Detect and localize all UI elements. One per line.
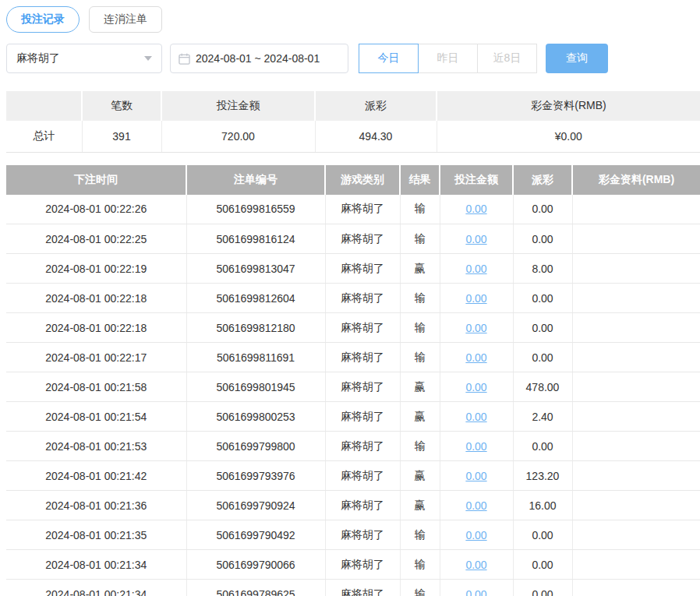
cell-bonus bbox=[572, 461, 700, 491]
summary-payout-value: 494.30 bbox=[315, 121, 437, 152]
bet-table-header-row: 下注时间 注单编号 游戏类别 结果 投注金额 派彩 彩金资料(RMB) bbox=[6, 165, 700, 195]
cell-result: 输 bbox=[400, 284, 440, 313]
cell-order-no: 5061699790924 bbox=[186, 491, 325, 520]
cell-result: 输 bbox=[400, 580, 440, 596]
bet-amount-link[interactable]: 0.00 bbox=[465, 263, 486, 275]
cell-game-type: 麻将胡了 bbox=[325, 195, 400, 224]
bet-amount-link[interactable]: 0.00 bbox=[465, 381, 486, 393]
cell-payout: 0.00 bbox=[513, 550, 572, 580]
date-range-picker[interactable]: 2024-08-01 ~ 2024-08-01 bbox=[170, 44, 348, 73]
calendar-icon bbox=[179, 53, 190, 65]
cell-game-type: 麻将胡了 bbox=[325, 372, 400, 402]
quick-range-group: 今日 昨日 近8日 bbox=[359, 44, 537, 73]
cell-bet-time: 2024-08-01 00:21:34 bbox=[6, 550, 186, 580]
bet-amount-link[interactable]: 0.00 bbox=[465, 322, 486, 334]
table-row: 2024-08-01 00:21:36 5061699790924 麻将胡了 赢… bbox=[6, 491, 700, 520]
cell-bet-time: 2024-08-01 00:21:54 bbox=[6, 402, 186, 432]
bet-amount-link[interactable]: 0.00 bbox=[465, 292, 486, 305]
cell-result: 输 bbox=[400, 550, 440, 580]
cell-order-no: 5061699812604 bbox=[186, 284, 325, 313]
game-type-value: 麻将胡了 bbox=[16, 51, 144, 65]
table-row: 2024-08-01 00:21:54 5061699800253 麻将胡了 赢… bbox=[6, 402, 700, 432]
cell-result: 输 bbox=[400, 313, 440, 343]
cell-game-type: 麻将胡了 bbox=[325, 432, 400, 461]
top-tabs: 投注记录 连消注单 bbox=[6, 6, 694, 33]
cell-bonus bbox=[572, 432, 700, 461]
cell-bet-amount: 0.00 bbox=[440, 284, 513, 313]
cell-bet-time: 2024-08-01 00:21:35 bbox=[6, 520, 186, 550]
cell-payout: 0.00 bbox=[513, 432, 572, 461]
cell-order-no: 5061699800253 bbox=[186, 402, 325, 432]
cell-payout: 0.00 bbox=[513, 195, 572, 224]
cell-bet-time: 2024-08-01 00:22:19 bbox=[6, 254, 186, 284]
cell-payout: 0.00 bbox=[513, 520, 572, 550]
bet-amount-link[interactable]: 0.00 bbox=[465, 588, 486, 596]
cell-game-type: 麻将胡了 bbox=[325, 254, 400, 284]
bet-table: 下注时间 注单编号 游戏类别 结果 投注金额 派彩 彩金资料(RMB) 2024… bbox=[6, 165, 700, 596]
bet-amount-link[interactable]: 0.00 bbox=[465, 470, 486, 482]
bet-amount-link[interactable]: 0.00 bbox=[465, 351, 486, 364]
cell-payout: 0.00 bbox=[513, 224, 572, 254]
cell-bet-time: 2024-08-01 00:21:42 bbox=[6, 461, 186, 491]
cell-payout: 0.00 bbox=[513, 284, 572, 313]
bet-amount-link[interactable]: 0.00 bbox=[465, 559, 486, 571]
search-button[interactable]: 查询 bbox=[546, 44, 608, 73]
cell-game-type: 麻将胡了 bbox=[325, 402, 400, 432]
cell-result: 输 bbox=[400, 195, 440, 224]
cell-bet-amount: 0.00 bbox=[440, 195, 513, 224]
cell-result: 输 bbox=[400, 520, 440, 550]
cell-bonus bbox=[572, 343, 700, 372]
table-row: 2024-08-01 00:22:25 5061699816124 麻将胡了 输… bbox=[6, 224, 700, 254]
cell-bet-amount: 0.00 bbox=[440, 254, 513, 284]
cell-bet-time: 2024-08-01 00:22:17 bbox=[6, 343, 186, 372]
bet-amount-link[interactable]: 0.00 bbox=[465, 233, 486, 245]
cell-payout: 0.00 bbox=[513, 313, 572, 343]
header-result: 结果 bbox=[400, 165, 440, 195]
bet-amount-link[interactable]: 0.00 bbox=[465, 411, 486, 423]
cell-bet-amount: 0.00 bbox=[440, 343, 513, 372]
summary-header-empty bbox=[6, 91, 82, 121]
summary-header-row: 笔数 投注金额 派彩 彩金资料(RMB) bbox=[6, 91, 700, 121]
cell-bet-time: 2024-08-01 00:21:36 bbox=[6, 491, 186, 520]
cell-order-no: 5061699790066 bbox=[186, 550, 325, 580]
cell-game-type: 麻将胡了 bbox=[325, 284, 400, 313]
summary-header-bet-amount: 投注金额 bbox=[161, 91, 315, 121]
tab-cancelled-orders-label: 连消注单 bbox=[104, 12, 147, 26]
bet-amount-link[interactable]: 0.00 bbox=[465, 203, 486, 215]
bet-amount-link[interactable]: 0.00 bbox=[465, 499, 486, 512]
game-type-select[interactable]: 麻将胡了 bbox=[6, 44, 162, 73]
yesterday-button[interactable]: 昨日 bbox=[418, 44, 478, 73]
cell-bonus bbox=[572, 224, 700, 254]
summary-table: 笔数 投注金额 派彩 彩金资料(RMB) 总计 391 720.00 494.3… bbox=[6, 91, 700, 153]
cell-result: 赢 bbox=[400, 491, 440, 520]
cell-bet-time: 2024-08-01 00:21:53 bbox=[6, 432, 186, 461]
chevron-down-icon bbox=[144, 56, 152, 61]
today-button[interactable]: 今日 bbox=[359, 44, 419, 73]
cell-bet-time: 2024-08-01 00:22:18 bbox=[6, 284, 186, 313]
cell-bet-amount: 0.00 bbox=[440, 461, 513, 491]
cell-game-type: 麻将胡了 bbox=[325, 224, 400, 254]
bet-amount-link[interactable]: 0.00 bbox=[465, 529, 486, 541]
table-row: 2024-08-01 00:21:35 5061699790492 麻将胡了 输… bbox=[6, 520, 700, 550]
cell-result: 赢 bbox=[400, 372, 440, 402]
cell-bet-amount: 0.00 bbox=[440, 580, 513, 596]
header-payout: 派彩 bbox=[513, 165, 572, 195]
cell-bet-time: 2024-08-01 00:22:18 bbox=[6, 313, 186, 343]
table-row: 2024-08-01 00:21:42 5061699793976 麻将胡了 赢… bbox=[6, 461, 700, 491]
bet-amount-link[interactable]: 0.00 bbox=[465, 440, 486, 453]
tab-cancelled-orders[interactable]: 连消注单 bbox=[89, 6, 162, 33]
cell-payout: 0.00 bbox=[513, 343, 572, 372]
header-game-type: 游戏类别 bbox=[325, 165, 400, 195]
cell-bet-time: 2024-08-01 00:22:26 bbox=[6, 195, 186, 224]
cell-bet-amount: 0.00 bbox=[440, 550, 513, 580]
table-row: 2024-08-01 00:21:34 5061699789625 麻将胡了 输… bbox=[6, 580, 700, 596]
tab-bet-records[interactable]: 投注记录 bbox=[6, 6, 80, 33]
cell-bet-time: 2024-08-01 00:21:58 bbox=[6, 372, 186, 402]
cell-result: 输 bbox=[400, 224, 440, 254]
cell-bonus bbox=[572, 402, 700, 432]
cell-bonus bbox=[572, 313, 700, 343]
cell-result: 输 bbox=[400, 432, 440, 461]
last8days-button[interactable]: 近8日 bbox=[477, 44, 537, 73]
cell-payout: 0.00 bbox=[513, 580, 572, 596]
cell-bonus bbox=[572, 284, 700, 313]
